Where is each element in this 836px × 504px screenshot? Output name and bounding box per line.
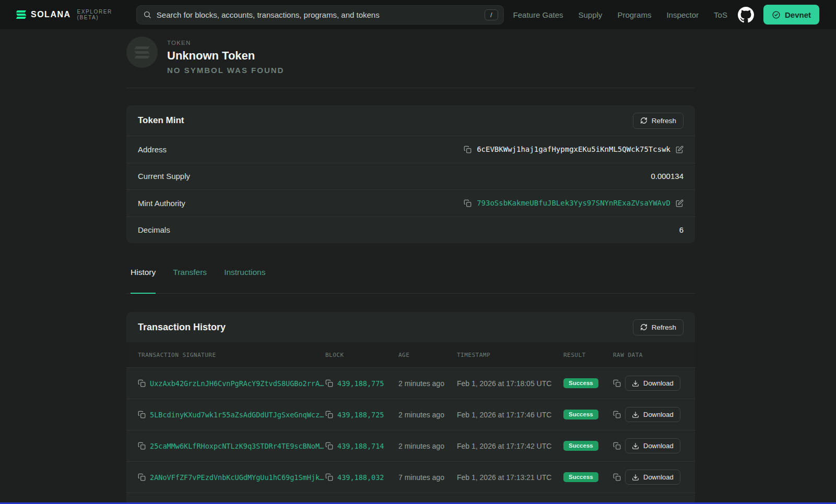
solana-logo[interactable]: SOLANA EXPLORER (BETA) xyxy=(17,9,127,20)
col-result: RESULT xyxy=(563,352,613,358)
copy-raw-data-button[interactable] xyxy=(613,379,621,387)
edit-mint-authority-button[interactable] xyxy=(676,199,684,207)
copy-raw-data-button[interactable] xyxy=(613,411,621,418)
transaction-history-title: Transaction History xyxy=(138,322,226,333)
search-box[interactable]: / xyxy=(136,5,504,25)
table-row: 2ANoVFfZF7vPEzdVnbKcUGdMYgUu1hC69g1SmHjk… xyxy=(126,461,695,493)
age-value: 2 minutes ago xyxy=(398,379,457,388)
current-supply-row: Current Supply 0.000134 xyxy=(126,163,695,190)
tab-transfers[interactable]: Transfers xyxy=(173,268,207,293)
transaction-signature-link[interactable]: 5LBcdinyKXud7wk1r55aZsAdGDdUTJgSxeGnqWcz… xyxy=(150,411,324,419)
download-button[interactable]: Download xyxy=(625,407,680,422)
timestamp-value: Feb 1, 2026 at 17:13:21 UTC xyxy=(457,473,563,482)
status-badge: Success xyxy=(563,441,598,451)
address-label: Address xyxy=(138,145,167,154)
tab-history[interactable]: History xyxy=(131,268,156,293)
block-link[interactable]: 439,188,725 xyxy=(337,411,384,419)
table-row: UxzAxb42GrzLnJH6CvnPgRAcY9ZtvdS8UGBo2rrA… xyxy=(126,367,695,399)
copy-signature-button[interactable] xyxy=(138,411,146,418)
copy-icon xyxy=(613,473,621,481)
copy-icon xyxy=(613,411,621,418)
page-title: Unknown Token xyxy=(167,49,284,63)
copy-icon xyxy=(325,379,333,387)
copy-icon xyxy=(464,199,472,207)
decimals-value: 6 xyxy=(679,225,684,234)
copy-icon xyxy=(138,411,146,418)
transaction-signature-link[interactable]: 25caMMw6KLfRHoxpcNTLzK9q3STDRr4TE9scBNoM… xyxy=(150,442,324,450)
search-input[interactable] xyxy=(157,10,479,19)
tab-instructions[interactable]: Instructions xyxy=(224,268,265,293)
token-header: TOKEN Unknown Token NO SYMBOL WAS FOUND xyxy=(126,29,695,75)
copy-block-button[interactable] xyxy=(325,411,333,418)
copy-block-button[interactable] xyxy=(325,379,333,387)
current-supply-label: Current Supply xyxy=(138,172,190,181)
nav-link-programs[interactable]: Programs xyxy=(617,10,651,19)
mint-authority-label: Mint Authority xyxy=(138,199,185,208)
mint-authority-link[interactable]: 793oSsbKakmeUBfuJBLek3Yys97SNYnRExaZVsaY… xyxy=(477,199,670,207)
download-icon xyxy=(632,411,639,418)
address-value: 6cEVBKWwj1haj1gafHypmgxEKu5iKnML5QWck75T… xyxy=(477,145,670,153)
download-button[interactable]: Download xyxy=(625,438,680,453)
copy-raw-data-button[interactable] xyxy=(613,473,621,481)
table-row: 5LBcdinyKXud7wk1r55aZsAdGDdUTJgSxeGnqWcz… xyxy=(126,399,695,430)
table-header: TRANSACTION SIGNATURE BLOCK AGE TIMESTAM… xyxy=(126,342,695,367)
timestamp-value: Feb 1, 2026 at 17:17:46 UTC xyxy=(457,411,563,419)
age-value: 7 minutes ago xyxy=(398,473,457,482)
copy-icon xyxy=(325,411,333,418)
address-row: Address 6cEVBKWwj1haj1gafHypmgxEKu5iKnML… xyxy=(126,136,695,163)
github-link[interactable] xyxy=(738,7,754,23)
cluster-label: Devnet xyxy=(785,10,811,19)
refresh-icon xyxy=(640,323,647,331)
cluster-devnet-button[interactable]: Devnet xyxy=(763,5,819,25)
copy-block-button[interactable] xyxy=(325,473,333,481)
edit-address-button[interactable] xyxy=(676,146,684,153)
refresh-icon xyxy=(640,117,647,124)
copy-mint-authority-button[interactable] xyxy=(464,199,472,207)
token-subtitle: NO SYMBOL WAS FOUND xyxy=(167,66,284,75)
solana-logo-icon xyxy=(17,10,26,19)
copy-address-button[interactable] xyxy=(464,146,472,153)
copy-icon xyxy=(325,442,333,450)
copy-raw-data-button[interactable] xyxy=(613,442,621,450)
token-overline: TOKEN xyxy=(167,40,284,46)
token-mint-refresh-button[interactable]: Refresh xyxy=(633,113,684,129)
col-transaction-signature: TRANSACTION SIGNATURE xyxy=(138,352,325,358)
nav-link-inspector[interactable]: Inspector xyxy=(666,10,699,19)
copy-icon xyxy=(613,442,621,450)
age-value: 2 minutes ago xyxy=(398,442,457,450)
edit-icon xyxy=(676,146,684,153)
nav-links: Feature Gates Supply Programs Inspector … xyxy=(513,10,727,19)
nav-link-feature-gates[interactable]: Feature Gates xyxy=(513,10,563,19)
logo-text: SOLANA xyxy=(31,10,71,19)
transaction-history-refresh-button[interactable]: Refresh xyxy=(633,319,684,335)
download-icon xyxy=(632,380,639,387)
copy-block-button[interactable] xyxy=(325,442,333,450)
mint-authority-row: Mint Authority 793oSsbKakmeUBfuJBLek3Yys… xyxy=(126,189,695,217)
navbar: SOLANA EXPLORER (BETA) / Feature Gates S… xyxy=(0,0,836,29)
nav-link-supply[interactable]: Supply xyxy=(579,10,603,19)
nav-link-tos[interactable]: ToS xyxy=(714,10,727,19)
edit-icon xyxy=(676,199,684,207)
age-value: 2 minutes ago xyxy=(398,411,457,419)
copy-icon xyxy=(138,442,146,450)
download-button[interactable]: Download xyxy=(625,470,680,485)
table-row: 25caMMw6KLfRHoxpcNTLzK9q3STDRr4TE9scBNoM… xyxy=(126,430,695,461)
transaction-signature-link[interactable]: UxzAxb42GrzLnJH6CvnPgRAcY9ZtvdS8UGBo2rrA… xyxy=(150,379,324,388)
col-timestamp: TIMESTAMP xyxy=(457,352,563,358)
transaction-history-card: Transaction History Refresh TRANSACTION … xyxy=(126,312,695,504)
download-icon xyxy=(632,474,639,481)
col-block: BLOCK xyxy=(325,352,398,358)
transaction-signature-link[interactable]: 2ANoVFfZF7vPEzdVnbKcUGdMYgUu1hC69g1SmHjk… xyxy=(150,473,324,482)
copy-icon xyxy=(138,379,146,387)
header-divider xyxy=(126,88,695,88)
search-shortcut-key: / xyxy=(485,9,498,20)
copy-signature-button[interactable] xyxy=(138,473,146,481)
block-link[interactable]: 439,188,775 xyxy=(337,379,384,388)
copy-signature-button[interactable] xyxy=(138,442,146,450)
token-mint-card: Token Mint Refresh Address 6cEVBKWwj1haj… xyxy=(126,105,695,243)
block-link[interactable]: 439,188,032 xyxy=(337,473,384,482)
copy-signature-button[interactable] xyxy=(138,379,146,387)
block-link[interactable]: 439,188,714 xyxy=(337,442,384,450)
download-button[interactable]: Download xyxy=(625,376,680,391)
tab-bar: History Transfers Instructions xyxy=(126,268,695,294)
